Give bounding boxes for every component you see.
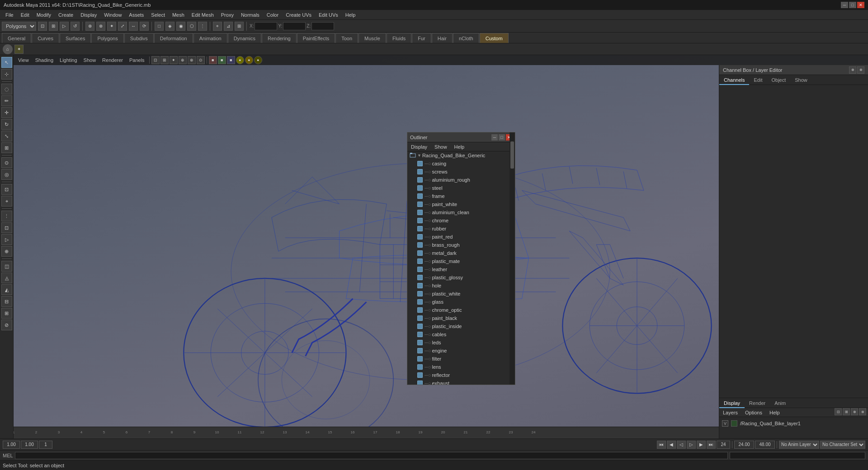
tab-muscle[interactable]: Muscle bbox=[359, 33, 386, 43]
toolbar-icon-3[interactable]: ▷ bbox=[60, 22, 69, 31]
tool-select[interactable]: ↖ bbox=[1, 57, 12, 68]
tab-curves[interactable]: Curves bbox=[32, 33, 59, 43]
outliner-menu-show[interactable]: Show bbox=[431, 142, 451, 151]
outliner-minimize-button[interactable]: ─ bbox=[491, 134, 498, 141]
outliner-item-aluminium-clean[interactable]: ─○ aluminium_clean bbox=[407, 208, 515, 216]
vp-menu-view[interactable]: View bbox=[15, 55, 32, 65]
tool-lasso[interactable]: ◌ bbox=[1, 84, 12, 94]
menu-window[interactable]: Window bbox=[100, 10, 125, 20]
menu-assets[interactable]: Assets bbox=[125, 10, 147, 20]
play-forward-button[interactable]: ▷ bbox=[687, 441, 696, 449]
outliner-item-engine[interactable]: ─○ engine bbox=[407, 347, 515, 355]
tab-ncloth[interactable]: nCloth bbox=[453, 33, 479, 43]
tool-select-all[interactable]: ⊹ bbox=[1, 69, 12, 80]
vp-menu-show[interactable]: Show bbox=[81, 55, 99, 65]
tool-paint[interactable]: ✏ bbox=[1, 95, 12, 106]
tool-render[interactable]: ▷ bbox=[1, 234, 12, 245]
vp-icon-3[interactable]: ✦ bbox=[170, 56, 178, 64]
layer-menu-options[interactable]: Options bbox=[741, 408, 766, 417]
play-back-button[interactable]: ◁ bbox=[677, 441, 686, 449]
outliner-item-glass[interactable]: ─○ glass bbox=[407, 298, 515, 306]
playback-field[interactable] bbox=[21, 441, 38, 449]
vp-menu-renderer[interactable]: Renderer bbox=[99, 55, 126, 65]
layer-visibility-btn[interactable]: V bbox=[722, 420, 728, 427]
menu-select[interactable]: Select bbox=[147, 10, 169, 20]
layer-menu-layers[interactable]: Layers bbox=[719, 408, 741, 417]
outliner-item-plastic-glossy[interactable]: ─○ plastic_glossy bbox=[407, 273, 515, 282]
vp-icon-5[interactable]: ⊗ bbox=[188, 56, 196, 64]
tool-display-layer[interactable]: ◫ bbox=[1, 261, 12, 272]
character-set-dropdown[interactable]: No Character Set bbox=[820, 441, 865, 449]
tab-general[interactable]: General bbox=[2, 33, 31, 43]
menu-display[interactable]: Display bbox=[77, 10, 100, 20]
layer-tab-render[interactable]: Render bbox=[745, 398, 770, 408]
outliner-item-filter[interactable]: ─○ filter bbox=[407, 355, 515, 363]
range-start-field[interactable] bbox=[734, 441, 754, 449]
go-end-button[interactable]: ⏭ bbox=[707, 441, 716, 449]
ch-tab-show[interactable]: Show bbox=[790, 75, 812, 85]
menu-modify[interactable]: Modify bbox=[33, 10, 55, 20]
mel-input[interactable] bbox=[15, 452, 728, 459]
tool-move[interactable]: ✛ bbox=[1, 107, 12, 118]
minimize-button[interactable]: ─ bbox=[841, 2, 848, 8]
ch-tab-edit[interactable]: Edit bbox=[749, 75, 767, 85]
outliner-item-frame[interactable]: ─○ frame bbox=[407, 192, 515, 200]
toolbar-icon-15[interactable]: ⋮ bbox=[198, 22, 207, 31]
go-start-button[interactable]: ⏮ bbox=[657, 441, 666, 449]
outliner-menu-help[interactable]: Help bbox=[451, 142, 468, 151]
tool-ipr[interactable]: ⊕ bbox=[1, 246, 12, 257]
menu-help[interactable]: Help bbox=[342, 10, 359, 20]
outliner-item-lens[interactable]: ─○ lens bbox=[407, 363, 515, 371]
tab-subdivs[interactable]: Subdivs bbox=[124, 33, 154, 43]
next-key-button[interactable]: ▶ bbox=[697, 441, 706, 449]
outliner-item-steel[interactable]: ─○ steel bbox=[407, 184, 515, 192]
prev-key-button[interactable]: ◀ bbox=[667, 441, 676, 449]
menu-edit-mesh[interactable]: Edit Mesh bbox=[188, 10, 217, 20]
menu-create[interactable]: Create bbox=[55, 10, 77, 20]
tab-deformation[interactable]: Deformation bbox=[154, 33, 193, 43]
tab-fluids[interactable]: Fluids bbox=[387, 33, 411, 43]
outliner-item-plastic-white[interactable]: ─○ plastic_white bbox=[407, 290, 515, 298]
outliner-item-paint-white[interactable]: ─○ paint_white bbox=[407, 200, 515, 208]
toolbar-icon-8[interactable]: ⤢ bbox=[118, 22, 127, 31]
vp-icon-light2[interactable]: ● bbox=[245, 56, 253, 64]
toolbar-icon-2[interactable]: ⊞ bbox=[49, 22, 58, 31]
maximize-button[interactable]: □ bbox=[849, 2, 856, 8]
tab-painteffects[interactable]: PaintEffects bbox=[297, 33, 335, 43]
range-end-field[interactable] bbox=[755, 441, 775, 449]
layer-icon-2[interactable]: ⊞ bbox=[843, 408, 850, 415]
tool-grid[interactable]: ⋮ bbox=[1, 211, 12, 221]
outliner-item-chrome-optic[interactable]: ─○ chrome_optic bbox=[407, 306, 515, 314]
tab-animation[interactable]: Animation bbox=[193, 33, 227, 43]
vp-menu-shading[interactable]: Shading bbox=[33, 55, 56, 65]
outliner-item-rubber[interactable]: ─○ rubber bbox=[407, 225, 515, 233]
tab-rendering[interactable]: Rendering bbox=[262, 33, 297, 43]
shelf-icon-1[interactable]: ✦ bbox=[14, 45, 24, 54]
outliner-item-aluminium-rough[interactable]: ─○ aluminium_rough bbox=[407, 176, 515, 184]
outliner-item-plastic-inside[interactable]: ─○ plastic_inside bbox=[407, 322, 515, 330]
toolbar-icon-7[interactable]: ✦ bbox=[107, 22, 116, 31]
vp-menu-panels[interactable]: Panels bbox=[127, 55, 147, 65]
menu-edit-uvs[interactable]: Edit UVs bbox=[315, 10, 342, 20]
vp-icon-shade2[interactable]: ■ bbox=[218, 56, 226, 64]
outliner-item-paint-black[interactable]: ─○ paint_black bbox=[407, 314, 515, 322]
tab-custom[interactable]: Custom bbox=[480, 33, 509, 43]
start-frame-field[interactable] bbox=[3, 441, 20, 449]
outliner-scrollbar[interactable] bbox=[509, 132, 515, 385]
vp-icon-6[interactable]: ⊙ bbox=[197, 56, 205, 64]
outliner-item-chrome[interactable]: ─○ chrome bbox=[407, 216, 515, 225]
close-button[interactable]: ✕ bbox=[857, 2, 864, 8]
outliner-item-reflector[interactable]: ─○ reflector bbox=[407, 371, 515, 379]
outliner-item-leds[interactable]: ─○ leds bbox=[407, 338, 515, 347]
current-frame-field[interactable] bbox=[39, 441, 52, 449]
anim-layer-dropdown[interactable]: No Anim Layer bbox=[779, 441, 819, 449]
vp-icon-2[interactable]: ⊞ bbox=[160, 56, 169, 64]
menu-color[interactable]: Color bbox=[263, 10, 282, 20]
menu-normals[interactable]: Normals bbox=[237, 10, 263, 20]
toolbar-icon-5[interactable]: ⊕ bbox=[85, 22, 94, 31]
layer-menu-help[interactable]: Help bbox=[766, 408, 783, 417]
tool-transform[interactable]: ⊞ bbox=[1, 142, 12, 153]
home-icon[interactable]: ⌂ bbox=[3, 44, 13, 54]
toolbar-icon-14[interactable]: ⬡ bbox=[187, 22, 196, 31]
outliner-scrollbar-thumb[interactable] bbox=[510, 141, 514, 169]
